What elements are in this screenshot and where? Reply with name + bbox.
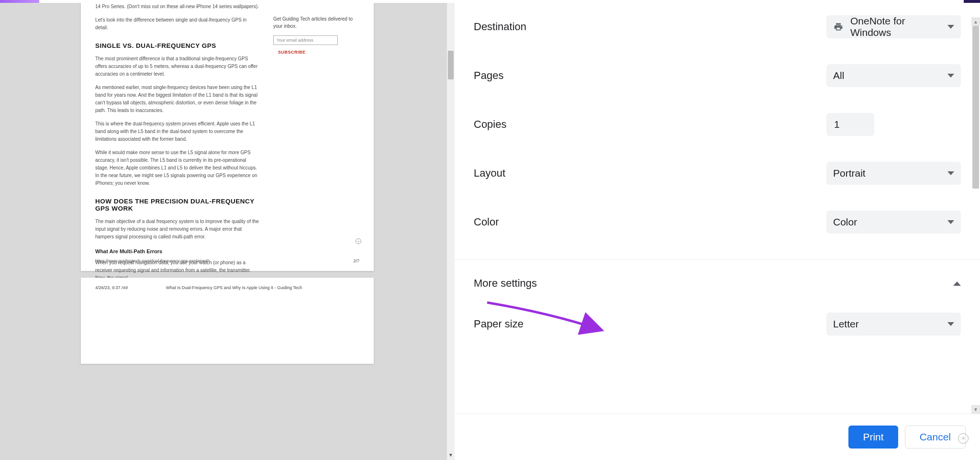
pages-value: All [833,70,941,81]
sidebar-cta-text: Get Guiding Tech articles delivered to y… [273,15,359,30]
paper-size-dropdown[interactable]: Letter [826,313,961,336]
footer-url: https://www.guidingtech.com/dual-frequen… [95,258,209,263]
page2-title: What Is Dual-Frequency GPS and Why Is Ap… [166,285,302,290]
color-dropdown[interactable]: Color [826,211,961,234]
paragraph: 14 Pro Series. (Don't miss out on these … [95,3,260,11]
cancel-button[interactable]: Cancel [905,426,966,449]
paragraph: The most prominent difference is that a … [95,55,260,78]
scrollbar-thumb[interactable] [972,26,979,189]
chevron-down-icon [947,220,954,224]
copies-label: Copies [474,118,506,131]
paragraph: While it would make more sense to use th… [95,149,260,187]
chevron-down-icon [947,322,954,326]
heading-single-vs-dual: SINGLE VS. DUAL-FREQUENCY GPS [95,42,260,49]
print-settings-panel: Destination OneNote for Windows Pages Al… [455,3,980,460]
preview-page-1: 14 Pro Series. (Don't miss out on these … [81,3,374,271]
color-value: Color [833,216,941,228]
layout-value: Portrait [833,168,941,179]
divider [455,259,980,260]
destination-label: Destination [474,21,526,33]
print-preview-pane: 14 Pro Series. (Don't miss out on these … [0,3,455,460]
paragraph: This is where the dual-frequency system … [95,120,260,143]
pages-label: Pages [474,69,503,82]
page2-date: 4/26/23, 9:37 AM [95,285,128,290]
preview-page-2: 4/26/23, 9:37 AM What Is Dual-Frequency … [81,278,374,364]
chevron-up-icon [953,281,961,286]
destination-value: OneNote for Windows [850,15,941,38]
more-settings-label: More settings [474,277,537,290]
layout-dropdown[interactable]: Portrait [826,162,961,185]
chevron-down-icon [947,171,954,175]
printer-icon [833,22,844,32]
scroll-down-icon[interactable]: ▼ [448,452,454,459]
footer-page-number: 2/7 [353,258,359,263]
paper-size-value: Letter [833,318,941,330]
scroll-down-icon[interactable]: ▼ [971,405,980,414]
close-icon: × [356,238,361,244]
paragraph: Let's look into the difference between s… [95,16,260,32]
color-label: Color [474,216,499,228]
panel-scrollbar[interactable]: ▲ ▼ [971,17,980,414]
destination-dropdown[interactable]: OneNote for Windows [826,15,961,38]
chevron-down-icon [947,74,954,78]
print-button[interactable]: Print [848,426,898,449]
close-icon[interactable]: × [958,433,969,444]
subscribe-label: SUBSCRIBE [278,50,359,55]
email-input-preview: Your email address [273,35,338,45]
copies-input[interactable] [826,113,874,136]
scrollbar-thumb[interactable] [448,51,454,79]
scroll-up-icon[interactable]: ▲ [971,17,980,26]
layout-label: Layout [474,167,505,180]
heading-how-does: HOW DOES THE PRECISION DUAL-FREQUENCY GP… [95,198,260,212]
dialog-footer: Print Cancel [455,414,980,460]
pages-dropdown[interactable]: All [826,64,961,87]
preview-scrollbar[interactable]: ▼ [447,3,455,460]
paper-size-label: Paper size [474,318,523,330]
subheading-multipath: What Are Multi-Path Errors [95,248,260,254]
chevron-down-icon [947,25,954,29]
more-settings-toggle[interactable]: More settings [474,277,961,290]
paragraph: The main objective of a dual frequency s… [95,218,260,241]
paragraph: As mentioned earlier, most single-freque… [95,84,260,114]
